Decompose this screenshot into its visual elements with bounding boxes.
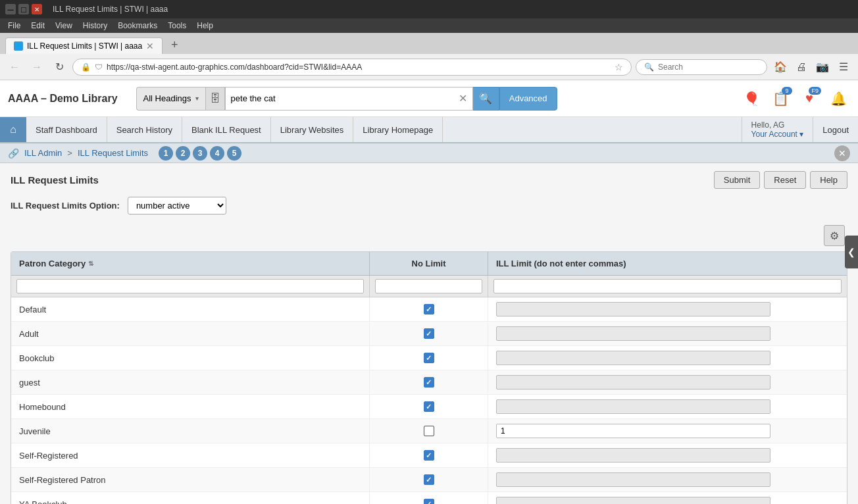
ill-limit-input[interactable] <box>496 351 770 365</box>
breadcrumb-close-button[interactable]: ✕ <box>834 145 850 161</box>
ill-admin-link[interactable]: ILL Admin <box>24 148 62 158</box>
table-row: Adult <box>11 322 847 346</box>
active-tab[interactable]: 🌐 ILL Request Limits | STWI | aaaa ✕ <box>5 38 163 54</box>
home-button[interactable]: ⌂ <box>0 117 26 142</box>
advanced-search-button[interactable]: Advanced <box>499 87 557 111</box>
filter-no-limit <box>370 276 488 297</box>
patron-category-cell: Default <box>11 297 370 321</box>
maximize-button[interactable]: □ <box>18 4 29 14</box>
bell-icon: 🔔 <box>830 91 847 107</box>
search-clear-button[interactable]: ✕ <box>453 92 472 105</box>
ill-request-limits-link[interactable]: ILL Request Limits <box>78 148 148 158</box>
no-limit-cell <box>370 468 488 491</box>
no-limit-filter-input[interactable] <box>375 279 482 293</box>
reset-button[interactable]: Reset <box>764 171 806 189</box>
no-limit-cell <box>370 419 488 443</box>
menu-view[interactable]: View <box>50 21 78 30</box>
ill-limit-input[interactable] <box>496 375 770 390</box>
help-button[interactable]: Help <box>810 171 847 189</box>
home-icon: ⌂ <box>10 124 16 136</box>
no-limit-checkbox[interactable] <box>424 304 434 315</box>
ill-limit-input[interactable] <box>496 302 770 316</box>
no-limit-checkbox[interactable] <box>424 499 434 504</box>
sidebar-item-library-homepage[interactable]: Library Homepage <box>353 117 443 142</box>
pocket-button[interactable]: 🏠 <box>771 58 790 76</box>
heart-icon-button[interactable]: ♥ F9 <box>797 87 821 111</box>
menu-help[interactable]: Help <box>191 21 218 30</box>
balloon-icon-button[interactable]: 🎈 <box>740 87 763 111</box>
step-pill-4[interactable]: 4 <box>210 146 224 161</box>
step-pill-3[interactable]: 3 <box>193 146 207 161</box>
staff-dashboard-label: Staff Dashboard <box>36 125 97 135</box>
patron-category-cell: Homebound <box>11 395 370 418</box>
no-limit-checkbox[interactable] <box>424 328 434 339</box>
menu-history[interactable]: History <box>78 21 113 30</box>
browser-search-field[interactable] <box>658 63 759 72</box>
logout-button[interactable]: Logout <box>813 117 858 142</box>
no-limit-checkbox[interactable] <box>424 426 434 436</box>
menu-bookmarks[interactable]: Bookmarks <box>113 21 163 30</box>
ill-limit-cell <box>488 395 847 418</box>
titlebar-controls: ─ □ ✕ <box>5 4 42 14</box>
menu-tools[interactable]: Tools <box>163 21 191 30</box>
no-limit-checkbox[interactable] <box>424 377 434 388</box>
panel-toggle-button[interactable]: ❮ <box>845 236 858 268</box>
new-tab-button[interactable]: + <box>165 36 184 54</box>
browser-search-input[interactable]: 🔍 <box>636 59 767 75</box>
search-input[interactable] <box>226 89 453 107</box>
patron-category-cell: Juvenile <box>11 419 370 443</box>
advanced-label: Advanced <box>509 93 547 103</box>
ill-limit-input[interactable] <box>496 399 770 414</box>
search-button[interactable]: 🔍 <box>473 87 499 111</box>
step-pill-2[interactable]: 2 <box>176 146 190 161</box>
screenshot-button[interactable]: 📷 <box>813 58 832 76</box>
option-select[interactable]: number active number per period disabled <box>128 197 226 214</box>
back-button[interactable]: ← <box>5 58 24 76</box>
ill-limit-input[interactable] <box>496 326 770 341</box>
table-row: Homebound <box>11 395 847 419</box>
ill-limit-cell <box>488 443 847 467</box>
ill-limit-input[interactable] <box>496 424 770 438</box>
sidebar-item-library-websites[interactable]: Library Websites <box>271 117 354 142</box>
library-websites-label: Library Websites <box>280 125 344 135</box>
patron-category-filter-input[interactable] <box>16 279 364 293</box>
patron-category-header-label: Patron Category <box>19 259 86 268</box>
step-pill-5[interactable]: 5 <box>227 146 241 161</box>
sort-icon[interactable]: ⇅ <box>88 260 93 267</box>
print-button[interactable]: 🖨 <box>792 58 811 76</box>
sidebar-item-staff-dashboard[interactable]: Staff Dashboard <box>26 117 107 142</box>
forward-button[interactable]: → <box>28 58 46 76</box>
chevron-down-icon: ▾ <box>799 130 803 139</box>
tab-close-button[interactable]: ✕ <box>146 41 154 51</box>
ill-limit-input[interactable] <box>496 497 770 504</box>
refresh-button[interactable]: ↻ <box>50 58 68 76</box>
app-nav: ⌂ Staff Dashboard Search History Blank I… <box>0 117 858 143</box>
balloon-icon: 🎈 <box>744 91 760 107</box>
url-bar[interactable]: 🔒 🛡 https://qa-stwi-agent.auto-graphics.… <box>72 59 632 76</box>
menu-file[interactable]: File <box>3 21 26 30</box>
search-icon: 🔍 <box>479 92 492 105</box>
no-limit-checkbox[interactable] <box>424 401 434 412</box>
search-type-dropdown[interactable]: All Headings ▾ <box>136 87 205 111</box>
gear-button[interactable]: ⚙ <box>824 225 845 246</box>
submit-button[interactable]: Submit <box>714 171 760 189</box>
no-limit-cell <box>370 395 488 418</box>
sidebar-item-blank-ill[interactable]: Blank ILL Request <box>182 117 271 142</box>
minimize-button[interactable]: ─ <box>5 4 16 14</box>
your-account-link[interactable]: Your Account ▾ <box>751 130 804 139</box>
bookmark-star-icon[interactable]: ☆ <box>615 62 623 72</box>
list-icon-button[interactable]: 📋 9 <box>769 87 792 111</box>
sidebar-item-search-history[interactable]: Search History <box>107 117 182 142</box>
step-pill-1[interactable]: 1 <box>159 146 173 161</box>
close-button[interactable]: ✕ <box>32 4 42 14</box>
menu-button[interactable]: ☰ <box>834 58 853 76</box>
ill-limit-input[interactable] <box>496 472 770 487</box>
no-limit-checkbox[interactable] <box>424 474 434 485</box>
no-limit-checkbox[interactable] <box>424 450 434 461</box>
menu-edit[interactable]: Edit <box>26 21 50 30</box>
no-limit-checkbox[interactable] <box>424 353 434 363</box>
ill-limit-input[interactable] <box>496 448 770 463</box>
ill-limit-filter-input[interactable] <box>493 279 842 293</box>
chevron-left-icon: ❮ <box>847 247 855 257</box>
bell-icon-button[interactable]: 🔔 <box>826 87 850 111</box>
